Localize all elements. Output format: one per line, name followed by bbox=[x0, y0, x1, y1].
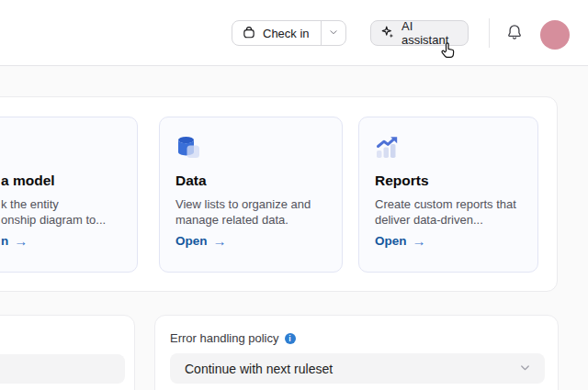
error-policy-label: Error handling policy bbox=[170, 331, 296, 345]
open-link[interactable]: n→ bbox=[1, 234, 28, 248]
arrow-right-icon: → bbox=[14, 234, 28, 248]
open-link[interactable]: Open→ bbox=[375, 234, 426, 248]
check-in-label: Check in bbox=[263, 27, 310, 40]
card-title: Reports bbox=[375, 173, 429, 189]
arrow-right-icon: → bbox=[213, 234, 227, 248]
app-window: Check in AI assistant bbox=[0, 0, 588, 390]
chevron-down-icon bbox=[518, 361, 532, 377]
user-avatar[interactable] bbox=[540, 20, 570, 50]
chart-trend-icon bbox=[375, 134, 401, 160]
check-in-split-button[interactable]: Check in bbox=[232, 20, 346, 46]
feature-card-data: Data View lists to organize and manage r… bbox=[159, 117, 343, 273]
sparkles-icon bbox=[380, 25, 395, 42]
card-description: View lists to organize and manage relate… bbox=[175, 196, 311, 228]
card-title: Data bbox=[175, 173, 207, 189]
feature-card-reports: Reports Create custom reports that deliv… bbox=[358, 117, 538, 273]
card-title: a model bbox=[1, 173, 55, 189]
truncated-input[interactable] bbox=[0, 354, 125, 384]
cursor-pointer-hand bbox=[438, 40, 458, 64]
arrow-right-icon: → bbox=[413, 234, 426, 248]
info-icon[interactable] bbox=[285, 333, 296, 344]
chevron-down-icon bbox=[328, 27, 339, 40]
bell-icon bbox=[505, 23, 524, 44]
header-divider bbox=[489, 18, 490, 48]
feature-card-data-model: a model k the entity onship diagram to..… bbox=[0, 117, 138, 273]
selected-option: Continue with next ruleset bbox=[185, 362, 518, 376]
notifications-bell-button[interactable] bbox=[503, 22, 526, 44]
top-bar: Check in AI assistant bbox=[0, 0, 588, 66]
check-in-dropdown-toggle[interactable] bbox=[321, 21, 345, 45]
error-policy-panel: Error handling policy Continue with next… bbox=[154, 315, 559, 390]
error-policy-select[interactable]: Continue with next ruleset bbox=[170, 353, 545, 384]
bottom-left-panel bbox=[0, 315, 135, 390]
lock-icon bbox=[242, 25, 256, 42]
database-icon bbox=[175, 134, 201, 160]
check-in-button[interactable]: Check in bbox=[232, 21, 321, 45]
card-description: Create custom reports that deliver data-… bbox=[375, 196, 516, 228]
card-description: k the entity onship diagram to... bbox=[1, 196, 106, 228]
open-link[interactable]: Open→ bbox=[175, 234, 227, 248]
